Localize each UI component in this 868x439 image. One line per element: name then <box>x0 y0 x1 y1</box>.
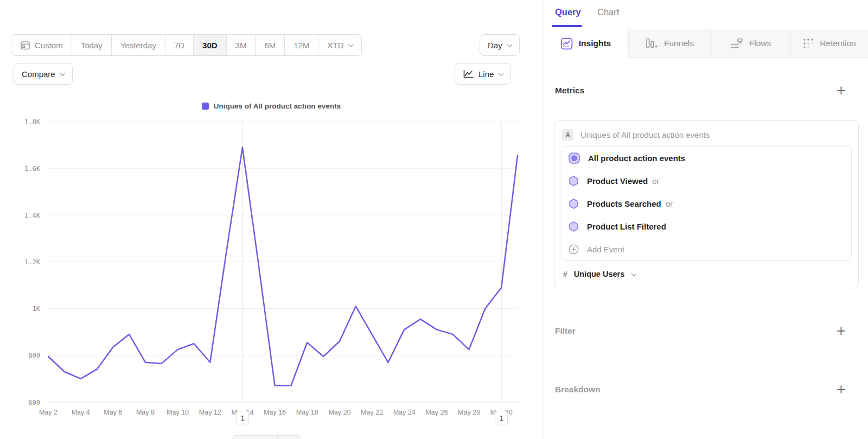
annotation-count-badge[interactable]: 1 <box>236 411 249 425</box>
breakdown-title: Breakdown <box>555 385 601 395</box>
chevron-down-icon <box>507 42 512 47</box>
metric-card: A Uniques of All product action events A… <box>554 120 859 289</box>
chevron-down-icon <box>499 71 504 76</box>
range-7d-button[interactable]: 7D <box>165 35 194 55</box>
tab-query[interactable]: Query <box>555 7 581 17</box>
active-tab-underline <box>552 25 582 27</box>
breakdown-section-header: Breakdown + <box>555 383 846 396</box>
svg-text:1.2K: 1.2K <box>24 258 41 266</box>
event-row-products-searched[interactable]: Products Searched or <box>561 192 851 215</box>
event-list: All product action events Product Viewed… <box>561 146 852 261</box>
range-yesterday-button[interactable]: Yesterday <box>112 35 165 55</box>
event-row-product-list-filtered[interactable]: Product List Filtered <box>561 215 851 238</box>
calendar-icon <box>20 40 30 50</box>
report-type-tab-bar: Insights Funnels <box>543 29 868 58</box>
svg-text:May 22: May 22 <box>361 409 383 416</box>
svg-text:May 6: May 6 <box>104 409 122 416</box>
svg-text:May 12: May 12 <box>199 409 221 416</box>
retention-icon <box>803 38 814 49</box>
metrics-section-header: Metrics + <box>555 84 846 97</box>
svg-text:May 28: May 28 <box>458 409 480 416</box>
svg-text:May 26: May 26 <box>425 409 448 416</box>
line-chart: 1.8K1.6K1.4K1.2K1K800600 May 2May 4May 6… <box>0 114 542 439</box>
tab-chart[interactable]: Chart <box>597 7 619 17</box>
add-metric-button[interactable]: + <box>836 84 846 97</box>
chevron-down-icon <box>60 71 65 76</box>
line-series[interactable] <box>48 147 518 385</box>
measurement-dropdown[interactable]: # Unique Users <box>554 261 858 287</box>
event-row-product-viewed[interactable]: Product Viewed or <box>561 169 851 192</box>
svg-text:May 18: May 18 <box>296 409 318 416</box>
range-xtd-dropdown[interactable]: XTD <box>318 35 361 55</box>
svg-text:May 20: May 20 <box>328 409 350 416</box>
metric-card-header[interactable]: A Uniques of All product action events <box>554 121 858 146</box>
range-custom-label: Custom <box>35 41 63 50</box>
svg-text:1.8K: 1.8K <box>24 118 41 126</box>
range-custom-button[interactable]: Custom <box>11 35 72 55</box>
range-12m-button[interactable]: 12M <box>285 35 318 55</box>
range-today-button[interactable]: Today <box>72 35 112 55</box>
range-3m-button[interactable]: 3M <box>227 35 256 55</box>
event-hexagon-icon <box>568 221 579 232</box>
add-breakdown-button[interactable]: + <box>836 383 846 396</box>
event-hexagon-icon <box>568 175 579 187</box>
line-chart-icon <box>463 69 474 79</box>
x-axis-labels: May 2May 4May 6May 8May 10May 12May 14Ma… <box>39 409 513 416</box>
svg-text:May 4: May 4 <box>72 409 90 416</box>
svg-text:600: 600 <box>28 399 40 406</box>
add-event-button[interactable]: Add Event <box>561 238 851 260</box>
flows-icon <box>730 38 743 49</box>
event-group-icon <box>568 152 580 164</box>
svg-text:May 24: May 24 <box>393 409 416 416</box>
filter-section-header: Filter + <box>555 325 846 337</box>
add-filter-button[interactable]: + <box>836 325 846 337</box>
svg-text:1K: 1K <box>33 305 41 313</box>
range-6m-button[interactable]: 6M <box>256 35 285 55</box>
chart-type-dropdown[interactable]: Line <box>455 63 511 85</box>
chart-legend: Uniques of All product action events <box>0 102 542 110</box>
horizontal-gridlines <box>48 122 518 402</box>
tab-funnels[interactable]: Funnels <box>629 29 710 58</box>
svg-text:1.4K: 1.4K <box>24 212 41 219</box>
number-icon: # <box>563 270 567 278</box>
compare-dropdown[interactable]: Compare <box>14 63 73 85</box>
svg-text:May 8: May 8 <box>136 409 155 416</box>
svg-text:800: 800 <box>28 352 40 359</box>
range-30d-button[interactable]: 30D <box>194 35 227 55</box>
legend-color-swatch <box>202 103 209 110</box>
tab-flows[interactable]: Flows <box>710 29 790 58</box>
query-builder-pane: Query Chart Insights <box>542 0 868 439</box>
funnels-icon <box>646 37 658 49</box>
insights-report-page: Custom Today Yesterday 7D 30D 3M 6M 12M … <box>0 0 868 439</box>
tab-retention[interactable]: Retention <box>790 29 868 58</box>
date-range-segmented-control: Custom Today Yesterday 7D 30D 3M 6M 12M … <box>11 34 362 56</box>
pane-tab-bar: Query Chart <box>543 0 868 29</box>
filter-title: Filter <box>555 326 576 336</box>
metrics-title: Metrics <box>555 86 584 96</box>
svg-text:May 2: May 2 <box>39 409 58 416</box>
tab-insights[interactable]: Insights <box>543 29 629 58</box>
chevron-down-icon <box>631 271 637 276</box>
svg-text:May 16: May 16 <box>264 409 286 416</box>
chevron-down-icon <box>348 42 354 47</box>
results-table-peek[interactable] <box>232 435 301 439</box>
svg-text:May 10: May 10 <box>167 409 189 416</box>
chart-pane: Custom Today Yesterday 7D 30D 3M 6M 12M … <box>0 0 542 439</box>
event-hexagon-icon <box>568 198 579 209</box>
svg-text:1.6K: 1.6K <box>24 165 41 173</box>
legend-series-label: Uniques of All product action events <box>214 102 341 110</box>
annotation-count-badge[interactable]: 1 <box>495 411 508 425</box>
chart-plot-area: 1.8K1.6K1.4K1.2K1K800600 May 2May 4May 6… <box>0 114 542 439</box>
insights-icon <box>560 37 573 50</box>
granularity-dropdown[interactable]: Day <box>480 34 520 56</box>
plus-circle-icon <box>568 244 579 255</box>
y-axis-labels: 1.8K1.6K1.4K1.2K1K800600 <box>24 118 41 406</box>
metric-letter-badge: A <box>562 129 573 141</box>
event-row-all-product-action-events[interactable]: All product action events <box>561 147 851 169</box>
metric-card-title: Uniques of All product action events <box>580 130 710 139</box>
